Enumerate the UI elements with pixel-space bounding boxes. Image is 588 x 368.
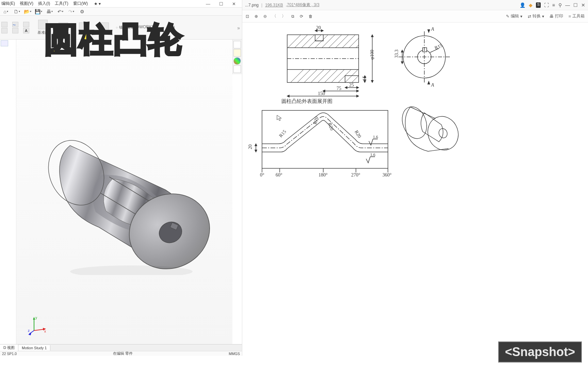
snapshot-watermark: <Snapshot> [498, 341, 582, 363]
maximize-icon[interactable]: ☐ [573, 2, 578, 8]
viewer-toolbar: ⊡ ⊕ ⊖ 〈 〉 ⧉ ⟳ 🗑 ✎ 编辑 ▾ ⇄ 转换 ▾ 🖶 打印 ⌗ 工具箱 [242, 10, 588, 22]
home-icon[interactable]: ⌂▾ [3, 9, 9, 15]
cylindrical-cam-model [36, 125, 213, 275]
maximize-button[interactable]: ☐ [219, 1, 223, 6]
print-button[interactable]: 🖶 打印 [550, 13, 563, 19]
svg-text:y: y [35, 316, 37, 320]
rect-tool-icon[interactable] [23, 22, 29, 27]
svg-text:A: A [431, 27, 434, 32]
copy-icon[interactable]: ⧉ [291, 14, 294, 19]
menu-icon[interactable]: ≡ [552, 2, 555, 8]
menu-bar: 编辑(E) 视图(V) 插入(I) 工具(T) 窗口(W) ★ ▾ — ☐ ✕ [0, 0, 242, 7]
badge-icon[interactable]: ◆ [529, 2, 533, 8]
print-icon[interactable]: 🖶▾ [46, 9, 52, 15]
feature-tree-gutter [0, 40, 16, 346]
spline-tool-icon[interactable]: ~ [12, 22, 18, 27]
menu-tools[interactable]: 工具(T) [55, 1, 68, 6]
taskpane-home-icon[interactable] [233, 41, 241, 48]
developed-surface-drawing: 20 R15 R20 R20 R20 1.6 1.6 0° 60° 180° 2… [246, 104, 399, 179]
svg-line-27 [345, 28, 369, 52]
svg-line-22 [311, 28, 335, 52]
prev-image-icon[interactable]: 〈 [272, 13, 276, 19]
edit-mode-label: 在编辑 零件 [113, 351, 133, 356]
file-name-label: ...7.png [245, 3, 259, 7]
taskpane-custom-icon[interactable] [233, 65, 241, 73]
cad-app-window: 编辑(E) 视图(V) 插入(I) 工具(T) 窗口(W) ★ ▾ — ☐ ✕ … [0, 0, 242, 356]
ellipse-tool-icon[interactable] [12, 28, 18, 33]
3d-viewport[interactable] [16, 40, 232, 346]
undo-icon[interactable]: ↶▾ [57, 9, 63, 15]
app-icon[interactable]: S [536, 2, 540, 8]
sketch-tools-2: ~ [12, 22, 18, 33]
svg-text:150: 150 [318, 91, 325, 96]
pin-icon[interactable]: ⚲ [558, 2, 562, 8]
units-label: MMGS [229, 352, 240, 356]
taskpane-appearance-icon[interactable] [233, 57, 241, 65]
menu-insert[interactable]: 插入(I) [38, 1, 50, 6]
menu-edit[interactable]: 编辑(E) [1, 1, 15, 6]
svg-text:360°: 360° [382, 172, 392, 178]
viewer-titlebar: ...7.png | 196.31KB ,701*486像素 , 3/3 👤 ◆… [242, 0, 588, 10]
toolbox-button[interactable]: ⌗ 工具箱 [569, 13, 585, 19]
minimize-button[interactable]: — [206, 1, 210, 6]
svg-line-10 [29, 331, 34, 334]
svg-text:R20: R20 [327, 122, 334, 131]
taskpane-resources-icon[interactable] [233, 49, 241, 57]
options-icon[interactable]: ⚙ [79, 9, 85, 15]
sketch-tools [1, 22, 7, 33]
isometric-sketch [395, 94, 463, 162]
motion-study-tab[interactable]: Motion Study 1 [18, 345, 50, 351]
image-viewer-window: ...7.png | 196.31KB ,701*486像素 , 3/3 👤 ◆… [242, 0, 588, 356]
open-icon[interactable]: 📂▾ [24, 9, 31, 15]
svg-line-32 [297, 65, 321, 89]
svg-rect-57 [423, 48, 427, 52]
svg-text:180°: 180° [318, 172, 328, 178]
svg-line-31 [291, 65, 314, 89]
svg-text:R15: R15 [434, 43, 443, 50]
svg-text:33.3: 33.3 [394, 50, 399, 58]
edit-button[interactable]: ✎ 编辑 ▾ [506, 13, 522, 19]
zoom-in-icon[interactable]: ⊕ [255, 14, 258, 19]
svg-marker-11 [28, 333, 31, 335]
menu-window[interactable]: 窗口(W) [73, 1, 88, 6]
svg-line-24 [325, 28, 348, 52]
model-view-tab[interactable]: D 视图 [0, 344, 18, 351]
svg-line-34 [311, 65, 335, 89]
line-tool-icon[interactable] [1, 22, 7, 27]
ribbon-overflow-icon[interactable]: » [237, 25, 240, 31]
avatar-icon[interactable]: 👤 [520, 2, 525, 8]
new-icon[interactable]: 🗋▾ [14, 9, 20, 15]
zoom-fit-icon[interactable]: ⊡ [246, 14, 249, 19]
text-tool-icon[interactable]: A [23, 28, 29, 33]
next-image-icon[interactable]: 〉 [282, 13, 286, 19]
convert-button[interactable]: ⇄ 转换 ▾ [528, 13, 544, 19]
menu-help-icon[interactable]: ★ ▾ [94, 1, 101, 6]
svg-text:0°: 0° [260, 172, 264, 178]
cursor-pointer-icon [276, 114, 283, 121]
svg-text:A: A [431, 82, 434, 88]
file-size-label: 196.31KB [265, 3, 283, 7]
svg-line-19 [291, 28, 314, 52]
delete-icon[interactable]: 🗑 [309, 14, 313, 19]
tree-tab-icon[interactable] [1, 40, 8, 46]
viewer-canvas[interactable]: 20 φ100 15 25 75 150 A A R15 33.3 [242, 22, 588, 356]
minimize-icon[interactable]: — [565, 2, 570, 8]
circle-tool-icon[interactable] [1, 28, 7, 33]
zoom-out-icon[interactable]: ⊖ [263, 14, 267, 19]
svg-rect-15 [315, 35, 323, 41]
sketch-tools-3: A [23, 22, 29, 33]
menu-view[interactable]: 视图(V) [20, 1, 33, 6]
redo-icon[interactable]: ↷▾ [68, 9, 74, 15]
svg-text:270°: 270° [351, 172, 360, 178]
svg-text:75: 75 [337, 86, 341, 91]
svg-text:1.6: 1.6 [370, 152, 375, 157]
section-view-drawing: 20 φ100 15 25 75 150 [274, 25, 389, 99]
close-button[interactable]: ✕ [232, 1, 236, 6]
version-label: 22 SP1.0 [2, 352, 17, 356]
rotate-icon[interactable]: ⟳ [300, 14, 303, 19]
fullscreen-icon[interactable]: ⛶ [544, 2, 549, 8]
save-icon[interactable]: 💾▾ [35, 9, 42, 15]
svg-text:20: 20 [316, 25, 321, 30]
overlay-title: 圆柱凸轮 [44, 17, 183, 63]
close-icon[interactable]: ✕ [581, 2, 585, 8]
